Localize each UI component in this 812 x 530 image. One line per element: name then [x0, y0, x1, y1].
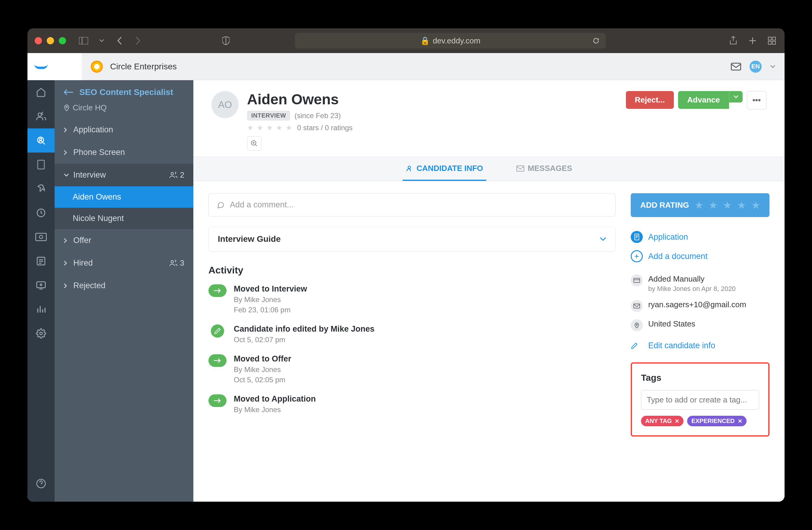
- remove-tag-icon[interactable]: ✕: [738, 418, 742, 425]
- application-link[interactable]: Application: [631, 227, 769, 247]
- svg-rect-27: [634, 278, 640, 282]
- stage-offer[interactable]: Offer: [55, 229, 193, 252]
- rail-people[interactable]: [27, 104, 55, 129]
- chevron-right-icon: [64, 150, 69, 155]
- arrow-right-icon: [208, 394, 227, 407]
- advance-button[interactable]: Advance: [678, 91, 729, 109]
- reject-button[interactable]: Reject...: [626, 91, 674, 109]
- chevron-right-icon: [64, 127, 69, 133]
- stage-since: (since Feb 23): [294, 112, 340, 120]
- svg-rect-10: [38, 160, 44, 169]
- rail-settings[interactable]: [27, 321, 55, 345]
- browser-titlebar: 🔒 dev.eddy.com: [27, 28, 785, 53]
- new-tab-icon[interactable]: [747, 35, 758, 46]
- org-logo[interactable]: [91, 61, 103, 73]
- location-pin-icon: [64, 104, 70, 112]
- tag-pill[interactable]: ANY TAG✕: [641, 416, 683, 426]
- activity-row: Moved to Offer By Mike Jones Oct 5, 02:0…: [208, 354, 615, 384]
- activity-row: Moved to Application By Mike Jones: [208, 394, 615, 414]
- icon-rail: [27, 53, 55, 502]
- stage-phone-screen[interactable]: Phone Screen: [55, 141, 193, 164]
- svg-point-17: [40, 332, 43, 335]
- svg-point-16: [40, 284, 42, 286]
- svg-point-13: [40, 235, 43, 239]
- window-minimize[interactable]: [47, 37, 54, 44]
- candidate-aiden[interactable]: Aiden Owens: [55, 186, 193, 208]
- url-text: dev.eddy.com: [433, 36, 480, 45]
- sidebar-toggle-icon[interactable]: [78, 35, 89, 46]
- url-bar[interactable]: 🔒 dev.eddy.com: [295, 33, 606, 48]
- tag-pill[interactable]: EXPERIENCED✕: [687, 416, 746, 426]
- tags-section: Tags ANY TAG✕ EXPERIENCED✕: [631, 363, 769, 437]
- arrow-right-icon: [208, 354, 227, 367]
- top-bar: Circle Enterprises EN: [82, 53, 785, 80]
- brand-logo[interactable]: [27, 53, 55, 80]
- svg-point-21: [171, 173, 173, 175]
- chevron-right-icon: [64, 283, 69, 289]
- reload-icon[interactable]: [592, 37, 600, 44]
- user-menu-chevron-icon[interactable]: [770, 65, 775, 69]
- activity-heading: Activity: [208, 265, 615, 276]
- tab-messages[interactable]: MESSAGES: [513, 157, 575, 181]
- arrow-right-icon: [208, 284, 227, 297]
- add-rating-button[interactable]: ADD RATING ★★★★★: [631, 193, 769, 217]
- user-avatar[interactable]: EN: [750, 61, 762, 73]
- stage-application[interactable]: Application: [55, 118, 193, 141]
- interview-guide-toggle[interactable]: Interview Guide: [208, 227, 615, 251]
- comment-input[interactable]: Add a comment...: [208, 193, 615, 217]
- candidate-nicole[interactable]: Nicole Nugent: [55, 208, 193, 229]
- rating-stars[interactable]: ★★★★★ 0 stars / 0 ratings: [247, 123, 618, 132]
- back-icon[interactable]: [114, 35, 125, 46]
- svg-point-7: [38, 113, 41, 116]
- rail-home[interactable]: [27, 80, 55, 104]
- tabs-grid-icon[interactable]: [767, 35, 777, 46]
- stage-rejected[interactable]: Rejected: [55, 274, 193, 297]
- forward-icon[interactable]: [132, 35, 143, 46]
- edit-candidate-link[interactable]: Edit candidate info: [631, 335, 769, 356]
- main-content: AO Aiden Owens INTERVIEW (since Feb 23) …: [193, 80, 785, 502]
- back-arrow-icon[interactable]: [64, 89, 73, 95]
- chevron-right-icon: [64, 238, 69, 243]
- svg-point-22: [171, 261, 173, 263]
- stage-hired[interactable]: Hired 3: [55, 252, 193, 274]
- advance-dropdown[interactable]: [729, 91, 743, 103]
- rail-help[interactable]: [27, 472, 55, 496]
- comment-icon: [217, 201, 224, 209]
- shield-icon[interactable]: [220, 35, 231, 46]
- chevron-right-icon: [64, 261, 69, 266]
- svg-point-9: [40, 138, 42, 140]
- rail-documents[interactable]: [27, 152, 55, 177]
- svg-rect-5: [768, 41, 771, 44]
- svg-rect-0: [79, 37, 88, 44]
- document-icon: [631, 231, 643, 243]
- rail-analytics[interactable]: [27, 297, 55, 321]
- svg-point-24: [408, 166, 410, 168]
- notifications-icon[interactable]: [731, 62, 741, 71]
- rail-timeoff[interactable]: [27, 177, 55, 201]
- rail-payroll[interactable]: [27, 225, 55, 249]
- window-close[interactable]: [35, 37, 42, 44]
- rail-time[interactable]: [27, 201, 55, 225]
- rail-reports[interactable]: [27, 249, 55, 273]
- svg-point-29: [636, 324, 637, 325]
- window-maximize[interactable]: [59, 37, 66, 44]
- more-actions-button[interactable]: •••: [747, 91, 767, 109]
- add-attachment-button[interactable]: [247, 136, 262, 151]
- remove-tag-icon[interactable]: ✕: [675, 418, 679, 425]
- rail-training[interactable]: [27, 273, 55, 297]
- add-document-link[interactable]: + Add a document: [631, 247, 769, 266]
- tab-candidate-info[interactable]: CANDIDATE INFO: [403, 157, 486, 181]
- stage-interview[interactable]: Interview 2: [55, 164, 193, 186]
- svg-rect-25: [517, 166, 524, 171]
- person-icon: [406, 165, 413, 172]
- job-location: Circle HQ: [73, 103, 107, 113]
- candidate-side-panel: SEO Content Specialist Circle HQ Applica…: [55, 80, 193, 502]
- rail-recruiting[interactable]: [27, 129, 55, 152]
- pencil-icon: [631, 342, 643, 350]
- job-title: SEO Content Specialist: [79, 87, 173, 97]
- tags-input[interactable]: [641, 390, 759, 410]
- candidate-name: Aiden Owens: [247, 91, 618, 108]
- svg-rect-4: [772, 37, 775, 40]
- chevron-down-icon[interactable]: [96, 35, 107, 46]
- share-icon[interactable]: [728, 35, 739, 46]
